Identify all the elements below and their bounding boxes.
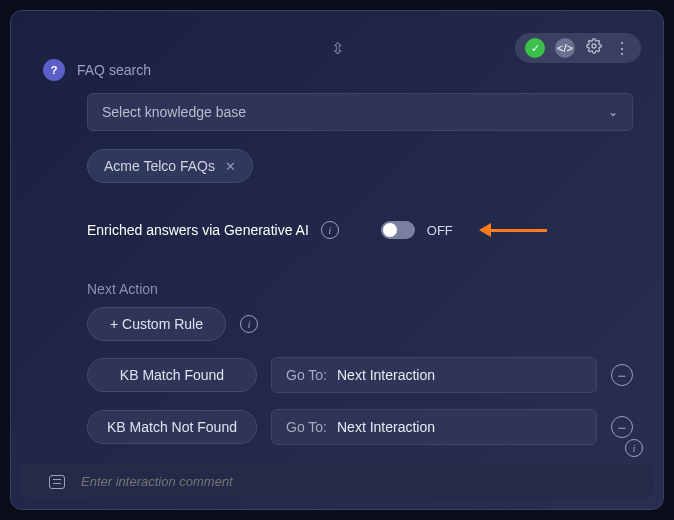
panel-header: ? FAQ search: [43, 59, 151, 81]
goto-value: Next Interaction: [337, 419, 435, 435]
code-icon[interactable]: </>: [555, 38, 575, 58]
goto-prefix: Go To:: [286, 419, 327, 435]
rule-row-match-not-found: KB Match Not Found Go To: Next Interacti…: [87, 409, 633, 445]
enriched-toggle-state: OFF: [427, 223, 453, 238]
panel-title: FAQ search: [77, 62, 151, 78]
panel-content: Select knowledge base ⌄ Acme Telco FAQs …: [87, 93, 633, 445]
kb-chip: Acme Telco FAQs ✕: [87, 149, 253, 183]
info-icon[interactable]: i: [321, 221, 339, 239]
enriched-toggle[interactable]: [381, 221, 415, 239]
goto-select[interactable]: Go To: Next Interaction: [271, 409, 597, 445]
rule-row-match-found: KB Match Found Go To: Next Interaction −: [87, 357, 633, 393]
panel-toolbar: ✓ </> ⋮: [515, 33, 641, 63]
info-icon[interactable]: i: [625, 439, 643, 457]
comment-icon: [49, 475, 65, 489]
svg-point-0: [592, 44, 596, 48]
enriched-label: Enriched answers via Generative AI: [87, 222, 309, 238]
goto-prefix: Go To:: [286, 367, 327, 383]
goto-select[interactable]: Go To: Next Interaction: [271, 357, 597, 393]
custom-rule-row: + Custom Rule i: [87, 307, 633, 341]
goto-value: Next Interaction: [337, 367, 435, 383]
remove-rule-icon[interactable]: −: [611, 416, 633, 438]
comment-bar: [21, 464, 653, 499]
remove-rule-icon[interactable]: −: [611, 364, 633, 386]
drag-handle-icon[interactable]: ⇳: [331, 39, 344, 58]
rule-label: KB Match Found: [87, 358, 257, 392]
kb-select-placeholder: Select knowledge base: [102, 104, 246, 120]
rule-label: KB Match Not Found: [87, 410, 257, 444]
more-menu-icon[interactable]: ⋮: [613, 39, 631, 58]
status-ok-icon: ✓: [525, 38, 545, 58]
info-icon[interactable]: i: [240, 315, 258, 333]
comment-input[interactable]: [81, 474, 625, 489]
footer-info: i: [625, 438, 643, 457]
faq-search-panel: ⇳ ✓ </> ⋮ ? FAQ search Select knowledge …: [10, 10, 664, 510]
remove-chip-icon[interactable]: ✕: [225, 159, 236, 174]
faq-badge-icon: ?: [43, 59, 65, 81]
enriched-answers-row: Enriched answers via Generative AI i OFF: [87, 221, 633, 239]
callout-arrow-icon: [479, 223, 547, 237]
gear-icon[interactable]: [585, 38, 603, 58]
add-custom-rule-button[interactable]: + Custom Rule: [87, 307, 226, 341]
next-action-heading: Next Action: [87, 281, 633, 297]
knowledge-base-select[interactable]: Select knowledge base ⌄: [87, 93, 633, 131]
kb-chip-label: Acme Telco FAQs: [104, 158, 215, 174]
chevron-down-icon: ⌄: [608, 105, 618, 119]
